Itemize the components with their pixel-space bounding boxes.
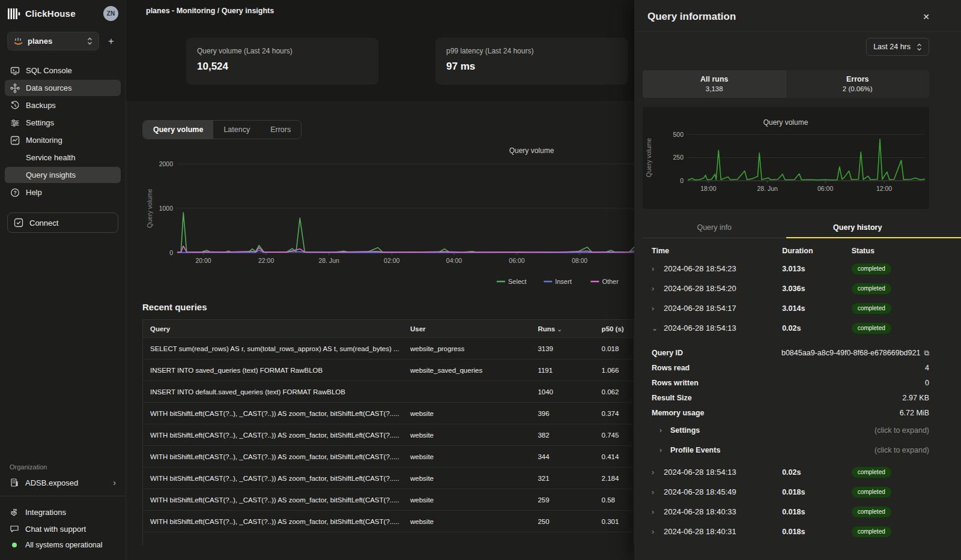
svg-text:28. Jun: 28. Jun [318, 257, 339, 264]
history-row[interactable]: ›2024-06-28 18:54:203.036scompleted [643, 278, 929, 298]
status-badge: completed [852, 323, 891, 334]
history-row[interactable]: ⌄2024-06-28 18:54:130.02scompleted [643, 318, 929, 338]
tab-query-info[interactable]: Query info [643, 218, 786, 238]
sort-desc-icon: ⌄ [557, 326, 562, 333]
sidebar-item-query-insights[interactable]: Query insights [5, 167, 121, 183]
cell-runs: 3139 [530, 345, 594, 352]
detail-memory-usage: Memory usage 6.72 MiB [652, 405, 929, 420]
recent-queries-table: Query User Runs ⌄ p50 (s) SELECT sum(rea… [142, 319, 634, 546]
table-row[interactable]: WITH bitShiftLeft(CAST(?..), _CAST(?..))… [143, 489, 634, 511]
cell-runs: 1191 [530, 367, 594, 374]
profile-events-expandable[interactable]: › Profile Events (click to expand) [652, 440, 929, 460]
sidebar-item-label: SQL Console [26, 66, 72, 75]
table-row[interactable]: WITH bitShiftLeft(CAST(?..), _CAST(?..))… [143, 424, 634, 446]
chevron-right-icon[interactable]: › [652, 488, 656, 496]
time-range-select[interactable]: Last 24 hrs [866, 38, 929, 56]
organization-name: ADSB.exposed [25, 478, 78, 487]
sidebar-item-label: Monitoring [26, 136, 62, 145]
col-runs[interactable]: Runs ⌄ [530, 325, 594, 333]
history-duration: 0.02s [782, 468, 852, 477]
avatar[interactable]: ZN [103, 6, 118, 21]
table-row-partial[interactable] [143, 532, 634, 546]
copy-icon[interactable]: ⧉ [924, 349, 929, 357]
history-row[interactable]: ›2024-06-28 18:54:130.02scompleted [643, 462, 929, 482]
table-row[interactable]: WITH bitShiftLeft(CAST(?..), _CAST(?..))… [143, 468, 634, 489]
add-service-button[interactable]: + [104, 36, 118, 47]
svg-text:Other: Other [602, 278, 619, 285]
chevron-right-icon[interactable]: › [652, 285, 656, 293]
stat-label: p99 latency (Last 24 hours) [446, 47, 617, 55]
history-row[interactable]: ›2024-06-28 18:54:173.014scompleted [643, 298, 929, 318]
sidebar-item-service-health[interactable]: Service health [5, 149, 121, 166]
backups-icon [10, 100, 20, 110]
cell-runs: 321 [530, 475, 594, 482]
cell-query: WITH bitShiftLeft(CAST(?..), _CAST(?..))… [143, 518, 403, 525]
col-user[interactable]: User [403, 325, 530, 333]
chevron-down-icon[interactable]: ⌄ [652, 324, 656, 333]
col-duration: Duration [782, 247, 852, 255]
connect-button[interactable]: Connect [7, 212, 118, 233]
footer-item-integrations[interactable]: Integrations [0, 504, 126, 520]
chevron-right-icon: › [659, 426, 664, 435]
status-badge: completed [852, 487, 891, 498]
chevron-right-icon[interactable]: › [652, 265, 656, 273]
sidebar-item-backups[interactable]: Backups [5, 97, 121, 113]
time-range-row: Last 24 hrs [643, 38, 929, 56]
status-badge: completed [852, 507, 891, 517]
monitoring-icon [10, 135, 20, 145]
col-p50[interactable]: p50 (s) [595, 325, 634, 333]
table-row[interactable]: SELECT sum(read_rows) AS r, sum(total_ro… [143, 338, 634, 360]
mini-query-volume-chart: Query volumeQuery volume025050018:0028. … [643, 107, 929, 209]
close-icon[interactable]: ✕ [923, 12, 930, 22]
footer-item-chat-with-support[interactable]: Chat with support [0, 520, 126, 537]
tab-errors-summary[interactable]: Errors 2 (0.06%) [786, 70, 930, 98]
history-time: 2024-06-28 18:40:33 [664, 507, 736, 516]
col-query[interactable]: Query [143, 325, 403, 333]
workspace-select[interactable]: planes [7, 32, 99, 50]
col-time: Time [652, 247, 782, 255]
history-row[interactable]: ›2024-06-28 18:45:490.018scompleted [643, 482, 929, 502]
tab-query-history[interactable]: Query history [786, 218, 930, 238]
sidebar-item-monitoring[interactable]: Monitoring [5, 132, 121, 148]
cell-user: website [403, 496, 530, 504]
cell-query: WITH bitShiftLeft(CAST(?..), _CAST(?..))… [143, 410, 403, 417]
table-row[interactable]: WITH bitShiftLeft(CAST(?..), _CAST(?..))… [143, 403, 634, 424]
sidebar-item-sql-console[interactable]: SQL Console [5, 62, 121, 79]
table-row[interactable]: INSERT INTO saved_queries (text) FORMAT … [143, 360, 634, 381]
history-duration: 0.02s [782, 324, 852, 333]
sidebar-item-help[interactable]: ?Help [5, 184, 121, 200]
chevron-right-icon[interactable]: › [652, 304, 656, 313]
history-header: Time Duration Status [643, 238, 929, 259]
organization-row[interactable]: ADSB.exposed › [0, 475, 126, 495]
chevron-right-icon[interactable]: › [652, 528, 656, 536]
tab-errors[interactable]: Errors [260, 121, 301, 139]
settings-icon [10, 118, 20, 128]
svg-text:08:00: 08:00 [572, 257, 587, 264]
chevron-right-icon[interactable]: › [652, 468, 656, 477]
svg-text:Query volume: Query volume [763, 118, 808, 127]
settings-expandable[interactable]: › Settings (click to expand) [652, 420, 929, 440]
tab-all-runs[interactable]: All runs 3,138 [643, 70, 786, 98]
table-row[interactable]: INSERT INTO default.saved_queries (text)… [143, 381, 634, 403]
table-row[interactable]: WITH bitShiftLeft(CAST(?..), _CAST(?..))… [143, 511, 634, 532]
history-duration: 3.013s [782, 265, 852, 273]
history-row[interactable]: ›2024-06-28 18:40:330.018scompleted [643, 502, 929, 522]
history-row[interactable]: ›2024-06-28 18:54:233.013scompleted [643, 259, 929, 278]
aws-icon [14, 38, 23, 45]
query-information-panel: Query information ✕ Last 24 hrs All runs… [634, 0, 961, 560]
history-row[interactable]: ›2024-06-28 18:40:310.018scompleted [643, 522, 929, 541]
organization-icon [10, 478, 19, 487]
panel-title: Query information [647, 11, 736, 23]
tab-latency[interactable]: Latency [213, 121, 260, 139]
sidebar-item-data-sources[interactable]: Data sources [5, 80, 121, 96]
svg-text:06:00: 06:00 [817, 185, 833, 192]
chevron-right-icon[interactable]: › [652, 508, 656, 516]
table-row[interactable]: WITH bitShiftLeft(CAST(?..), _CAST(?..))… [143, 446, 634, 468]
svg-text:Query volume: Query volume [146, 188, 153, 228]
sidebar-item-settings[interactable]: Settings [5, 115, 121, 131]
tab-query-volume[interactable]: Query volume [143, 121, 213, 139]
cell-query: INSERT INTO saved_queries (text) FORMAT … [143, 367, 403, 374]
history-time: 2024-06-28 18:54:23 [664, 264, 736, 273]
svg-text:04:00: 04:00 [446, 257, 462, 264]
cell-user: website_saved_queries [403, 367, 530, 374]
